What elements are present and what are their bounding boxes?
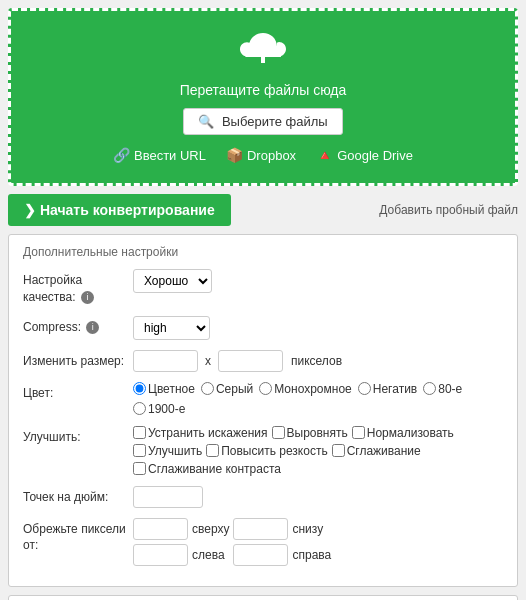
crop-top-label: сверху (192, 522, 229, 536)
improve-align[interactable]: Выровнять (272, 426, 348, 440)
choose-files-button[interactable]: 🔍 Выберите файлы (183, 108, 342, 135)
resize-height-input[interactable] (218, 350, 283, 372)
upload-area[interactable]: Перетащите файлы сюда 🔍 Выберите файлы 🔗… (8, 8, 518, 186)
compress-label: Compress: i (23, 316, 133, 336)
compress-info-icon[interactable]: i (86, 321, 99, 334)
resize-control: x пикселов (133, 350, 503, 372)
improve-control: Устранить искажения Выровнять Нормализов… (133, 426, 503, 476)
improve-normalize[interactable]: Нормализовать (352, 426, 454, 440)
quality-control: Хорошо (133, 269, 503, 293)
compress-select[interactable]: high medium low (133, 316, 210, 340)
quality-select[interactable]: Хорошо (133, 269, 212, 293)
color-label: Цвет: (23, 382, 133, 402)
crop-row: Обрежьте пиксели от: сверху снизу слева … (23, 518, 503, 566)
crop-bottom-label: снизу (292, 522, 331, 536)
improve-undistort[interactable]: Устранить искажения (133, 426, 268, 440)
google-drive-link[interactable]: 🔺 Google Drive (316, 147, 413, 163)
resize-row: Изменить размер: x пикселов (23, 350, 503, 372)
additional-settings-panel: Дополнительные настройки Настройка качес… (8, 234, 518, 587)
crop-top-input[interactable] (133, 518, 188, 540)
drag-text: Перетащите файлы сюда (31, 82, 495, 98)
link-icon: 🔗 (113, 147, 130, 163)
compress-row: Compress: i high medium low (23, 316, 503, 340)
start-convert-top-button[interactable]: ❯ Начать конвертирование (8, 194, 231, 226)
crop-label: Обрежьте пиксели от: (23, 518, 133, 555)
dpi-control (133, 486, 503, 508)
color-option-negative[interactable]: Негатив (358, 382, 417, 396)
search-icon: 🔍 (198, 114, 214, 129)
color-option-1900s[interactable]: 1900-е (133, 402, 185, 416)
dpi-input[interactable] (133, 486, 203, 508)
color-control: Цветное Серый Монохромное Негатив 80-е (133, 382, 503, 416)
resize-unit-label: пикселов (291, 354, 342, 368)
crop-control: сверху снизу слева справа (133, 518, 503, 566)
quality-info-icon[interactable]: i (81, 291, 94, 304)
compress-control: high medium low (133, 316, 503, 340)
improve-row: Улучшить: Устранить искажения Выровнять … (23, 426, 503, 476)
crop-left-input[interactable] (133, 544, 188, 566)
resize-width-input[interactable] (133, 350, 198, 372)
crop-right-input[interactable] (233, 544, 288, 566)
quality-label: Настройка качества: i (23, 269, 133, 306)
resize-label: Изменить размер: (23, 350, 133, 370)
improve-label: Улучшить: (23, 426, 133, 446)
improve-enhance[interactable]: Улучшить (133, 444, 202, 458)
upload-icon (239, 31, 287, 74)
upload-links: 🔗 Ввести URL 📦 Dropbox 🔺 Google Drive (31, 147, 495, 163)
color-radio-group: Цветное Серый Монохромное Негатив 80-е (133, 382, 503, 416)
resize-x-separator: x (202, 354, 214, 368)
improve-smooth[interactable]: Сглаживание (332, 444, 421, 458)
crop-bottom-input[interactable] (233, 518, 288, 540)
action-bar: ❯ Начать конвертирование Добавить пробны… (8, 194, 518, 226)
crop-right-label: справа (292, 548, 331, 562)
dpi-row: Точек на дюйм: (23, 486, 503, 508)
additional-settings-title: Дополнительные настройки (23, 245, 503, 259)
dropbox-link[interactable]: 📦 Dropbox (226, 147, 296, 163)
color-option-80s[interactable]: 80-е (423, 382, 462, 396)
color-option-color[interactable]: Цветное (133, 382, 195, 396)
color-option-mono[interactable]: Монохромное (259, 382, 352, 396)
drive-icon: 🔺 (316, 147, 333, 163)
color-option-grey[interactable]: Серый (201, 382, 253, 396)
improve-sharpen[interactable]: Повысить резкость (206, 444, 327, 458)
url-link[interactable]: 🔗 Ввести URL (113, 147, 206, 163)
dropbox-icon: 📦 (226, 147, 243, 163)
add-sample-text[interactable]: Добавить пробный файл (379, 203, 518, 217)
improve-checkbox-group: Устранить искажения Выровнять Нормализов… (133, 426, 503, 476)
save-settings-panel: Сохранить настройки Сохранить настройки … (8, 595, 518, 600)
dpi-label: Точек на дюйм: (23, 486, 133, 506)
color-row: Цвет: Цветное Серый Монохромное Негатив (23, 382, 503, 416)
quality-row: Настройка качества: i Хорошо (23, 269, 503, 306)
crop-left-label: слева (192, 548, 229, 562)
improve-smooth-contrast[interactable]: Сглаживание контраста (133, 462, 281, 476)
